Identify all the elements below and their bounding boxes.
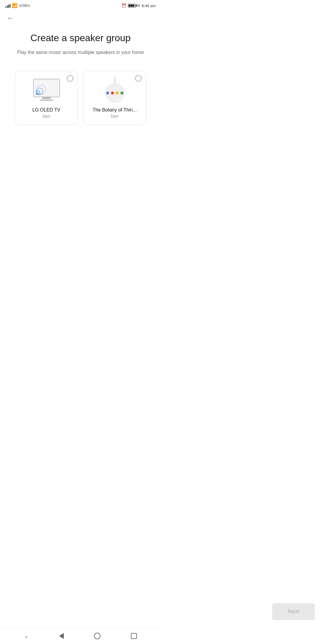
battery-percent: 93 bbox=[136, 4, 140, 8]
tv-screen bbox=[33, 79, 60, 97]
devices-grid: LG OLED TV Den The Botany of Thin... Den bbox=[12, 71, 149, 125]
google-dot-blue bbox=[106, 92, 109, 95]
device-card-tv[interactable]: LG OLED TV Den bbox=[15, 71, 78, 125]
back-row: ← bbox=[0, 10, 161, 26]
battery-icon: 93 bbox=[128, 4, 140, 8]
google-dot-yellow bbox=[116, 92, 119, 95]
status-right: ⏰ 93 9:49 am bbox=[121, 3, 156, 8]
google-home-icon bbox=[105, 77, 124, 103]
main-content: Create a speaker group Play the same mus… bbox=[0, 26, 161, 125]
signal-icon bbox=[5, 4, 10, 8]
tv-icon bbox=[33, 79, 60, 101]
page-title: Create a speaker group bbox=[12, 32, 149, 44]
device-location-google-home: Den bbox=[111, 114, 119, 119]
radio-button-google-home[interactable] bbox=[135, 75, 142, 82]
device-name-google-home: The Botany of Thin... bbox=[92, 107, 137, 113]
tv-icon-area bbox=[29, 76, 64, 103]
radio-button-tv[interactable] bbox=[67, 75, 73, 82]
google-home-icon-area bbox=[97, 76, 133, 103]
wifi-icon: 📶 bbox=[12, 3, 18, 8]
tv-base bbox=[40, 100, 53, 101]
network-speed: 429B/s bbox=[19, 4, 30, 8]
back-button[interactable]: ← bbox=[5, 13, 16, 23]
page-subtitle: Play the same music across multiple spea… bbox=[12, 49, 149, 56]
alarm-icon: ⏰ bbox=[121, 3, 126, 8]
status-bar: 📶 429B/s ⏰ 93 9:49 am bbox=[0, 0, 161, 10]
device-location-tv: Den bbox=[43, 114, 50, 119]
google-home-cord bbox=[114, 77, 115, 83]
time-display: 9:49 am bbox=[142, 4, 156, 8]
google-dot-green bbox=[120, 92, 123, 95]
status-left: 📶 429B/s bbox=[5, 3, 30, 8]
tv-stand bbox=[42, 97, 51, 99]
device-card-google-home[interactable]: The Botany of Thin... Den bbox=[83, 71, 146, 125]
back-arrow-icon: ← bbox=[7, 15, 14, 21]
google-home-body bbox=[105, 83, 124, 103]
google-dot-red bbox=[111, 92, 114, 95]
device-name-tv: LG OLED TV bbox=[32, 107, 61, 113]
